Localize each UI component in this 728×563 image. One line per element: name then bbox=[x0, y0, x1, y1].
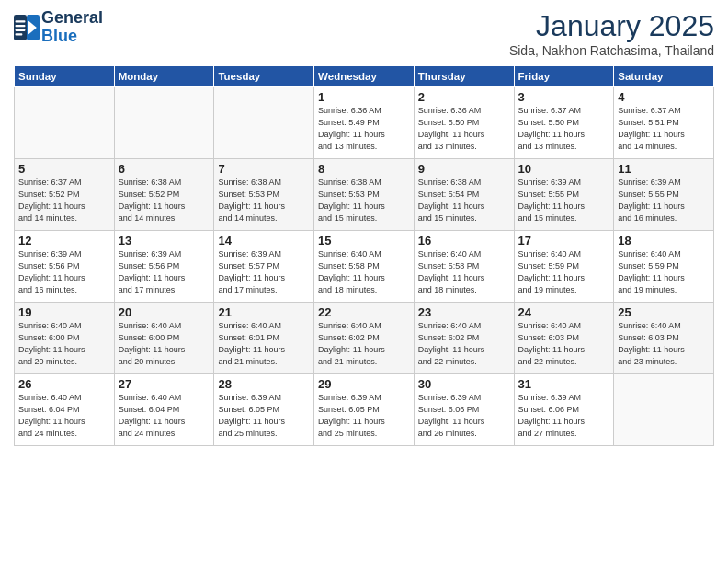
svg-rect-6 bbox=[16, 33, 23, 35]
svg-rect-5 bbox=[16, 29, 26, 30]
day-number: 5 bbox=[18, 162, 110, 176]
day-number: 17 bbox=[518, 234, 610, 247]
day-header-tuesday: Tuesday bbox=[214, 66, 314, 87]
day-number: 14 bbox=[218, 234, 310, 247]
day-info: Sunrise: 6:36 AM Sunset: 5:49 PM Dayligh… bbox=[318, 105, 410, 153]
calendar-cell: 27Sunrise: 6:40 AM Sunset: 6:04 PM Dayli… bbox=[114, 374, 214, 446]
calendar-week-3: 12Sunrise: 6:39 AM Sunset: 5:56 PM Dayli… bbox=[15, 231, 714, 303]
calendar-cell: 1Sunrise: 6:36 AM Sunset: 5:49 PM Daylig… bbox=[314, 87, 415, 159]
logo-line2: Blue bbox=[41, 28, 103, 46]
day-info: Sunrise: 6:39 AM Sunset: 6:05 PM Dayligh… bbox=[318, 392, 410, 440]
calendar-cell bbox=[15, 87, 115, 159]
day-header-friday: Friday bbox=[514, 66, 614, 87]
day-number: 30 bbox=[418, 377, 510, 391]
calendar-cell: 7Sunrise: 6:38 AM Sunset: 5:53 PM Daylig… bbox=[214, 159, 314, 231]
svg-rect-0 bbox=[14, 15, 27, 40]
day-number: 16 bbox=[418, 234, 510, 247]
calendar-cell: 24Sunrise: 6:40 AM Sunset: 6:03 PM Dayli… bbox=[514, 303, 614, 374]
calendar-week-4: 19Sunrise: 6:40 AM Sunset: 6:00 PM Dayli… bbox=[15, 303, 714, 374]
day-info: Sunrise: 6:39 AM Sunset: 5:57 PM Dayligh… bbox=[218, 248, 310, 296]
calendar-cell: 12Sunrise: 6:39 AM Sunset: 5:56 PM Dayli… bbox=[15, 231, 115, 303]
day-number: 9 bbox=[418, 162, 510, 176]
calendar-cell: 25Sunrise: 6:40 AM Sunset: 6:03 PM Dayli… bbox=[614, 303, 714, 374]
page-header: General Blue January 2025 Sida, Nakhon R… bbox=[14, 9, 714, 58]
day-info: Sunrise: 6:40 AM Sunset: 6:03 PM Dayligh… bbox=[618, 320, 710, 368]
day-number: 12 bbox=[18, 234, 110, 247]
day-info: Sunrise: 6:37 AM Sunset: 5:51 PM Dayligh… bbox=[618, 105, 710, 153]
day-number: 4 bbox=[618, 90, 710, 104]
days-header-row: SundayMondayTuesdayWednesdayThursdayFrid… bbox=[15, 66, 714, 87]
calendar-table: SundayMondayTuesdayWednesdayThursdayFrid… bbox=[14, 65, 714, 446]
day-number: 22 bbox=[318, 305, 410, 319]
day-info: Sunrise: 6:40 AM Sunset: 6:03 PM Dayligh… bbox=[518, 320, 610, 368]
day-number: 15 bbox=[318, 234, 410, 247]
day-number: 13 bbox=[119, 234, 210, 247]
calendar-cell: 18Sunrise: 6:40 AM Sunset: 5:59 PM Dayli… bbox=[614, 231, 714, 303]
day-info: Sunrise: 6:37 AM Sunset: 5:50 PM Dayligh… bbox=[518, 105, 610, 153]
calendar-cell: 6Sunrise: 6:38 AM Sunset: 5:52 PM Daylig… bbox=[114, 159, 214, 231]
logo-text: General Blue bbox=[41, 9, 103, 46]
calendar-cell: 8Sunrise: 6:38 AM Sunset: 5:53 PM Daylig… bbox=[314, 159, 415, 231]
day-info: Sunrise: 6:40 AM Sunset: 6:01 PM Dayligh… bbox=[218, 320, 310, 368]
day-number: 28 bbox=[218, 377, 310, 391]
day-info: Sunrise: 6:40 AM Sunset: 5:58 PM Dayligh… bbox=[418, 248, 510, 296]
logo-icon bbox=[14, 15, 40, 40]
calendar-cell: 13Sunrise: 6:39 AM Sunset: 5:56 PM Dayli… bbox=[114, 231, 214, 303]
calendar-cell bbox=[614, 374, 714, 446]
calendar-cell: 3Sunrise: 6:37 AM Sunset: 5:50 PM Daylig… bbox=[514, 87, 614, 159]
day-info: Sunrise: 6:40 AM Sunset: 6:02 PM Dayligh… bbox=[418, 320, 510, 368]
svg-rect-3 bbox=[16, 20, 26, 22]
day-number: 19 bbox=[18, 305, 110, 319]
day-info: Sunrise: 6:40 AM Sunset: 6:04 PM Dayligh… bbox=[18, 392, 110, 440]
calendar-cell: 9Sunrise: 6:38 AM Sunset: 5:54 PM Daylig… bbox=[414, 159, 514, 231]
day-number: 2 bbox=[418, 90, 510, 104]
svg-rect-4 bbox=[16, 25, 26, 27]
day-info: Sunrise: 6:37 AM Sunset: 5:52 PM Dayligh… bbox=[18, 177, 110, 224]
calendar-cell: 30Sunrise: 6:39 AM Sunset: 6:06 PM Dayli… bbox=[414, 374, 514, 446]
day-info: Sunrise: 6:40 AM Sunset: 5:59 PM Dayligh… bbox=[618, 248, 710, 296]
day-info: Sunrise: 6:38 AM Sunset: 5:53 PM Dayligh… bbox=[218, 177, 310, 224]
calendar-cell: 29Sunrise: 6:39 AM Sunset: 6:05 PM Dayli… bbox=[314, 374, 415, 446]
calendar-cell bbox=[214, 87, 314, 159]
day-info: Sunrise: 6:38 AM Sunset: 5:54 PM Dayligh… bbox=[418, 177, 510, 224]
calendar-cell: 11Sunrise: 6:39 AM Sunset: 5:55 PM Dayli… bbox=[614, 159, 714, 231]
day-info: Sunrise: 6:39 AM Sunset: 5:56 PM Dayligh… bbox=[18, 248, 110, 296]
month-title: January 2025 bbox=[509, 9, 714, 43]
day-number: 29 bbox=[318, 377, 410, 391]
day-info: Sunrise: 6:38 AM Sunset: 5:53 PM Dayligh… bbox=[318, 177, 410, 224]
day-number: 27 bbox=[119, 377, 210, 391]
page-container: General Blue January 2025 Sida, Nakhon R… bbox=[0, 0, 728, 454]
day-number: 26 bbox=[18, 377, 110, 391]
calendar-cell: 16Sunrise: 6:40 AM Sunset: 5:58 PM Dayli… bbox=[414, 231, 514, 303]
day-info: Sunrise: 6:39 AM Sunset: 6:06 PM Dayligh… bbox=[518, 392, 610, 440]
day-number: 31 bbox=[518, 377, 610, 391]
day-info: Sunrise: 6:40 AM Sunset: 5:58 PM Dayligh… bbox=[318, 248, 410, 296]
calendar-cell: 28Sunrise: 6:39 AM Sunset: 6:05 PM Dayli… bbox=[214, 374, 314, 446]
calendar-cell: 4Sunrise: 6:37 AM Sunset: 5:51 PM Daylig… bbox=[614, 87, 714, 159]
day-header-wednesday: Wednesday bbox=[314, 66, 415, 87]
calendar-cell: 17Sunrise: 6:40 AM Sunset: 5:59 PM Dayli… bbox=[514, 231, 614, 303]
day-info: Sunrise: 6:39 AM Sunset: 6:05 PM Dayligh… bbox=[218, 392, 310, 440]
day-number: 8 bbox=[318, 162, 410, 176]
logo: General Blue bbox=[14, 9, 103, 46]
calendar-cell: 21Sunrise: 6:40 AM Sunset: 6:01 PM Dayli… bbox=[214, 303, 314, 374]
day-header-sunday: Sunday bbox=[15, 66, 115, 87]
calendar-cell: 15Sunrise: 6:40 AM Sunset: 5:58 PM Dayli… bbox=[314, 231, 415, 303]
day-number: 7 bbox=[218, 162, 310, 176]
title-block: January 2025 Sida, Nakhon Ratchasima, Th… bbox=[509, 9, 714, 58]
day-info: Sunrise: 6:40 AM Sunset: 6:02 PM Dayligh… bbox=[318, 320, 410, 368]
day-number: 6 bbox=[119, 162, 210, 176]
calendar-cell: 22Sunrise: 6:40 AM Sunset: 6:02 PM Dayli… bbox=[314, 303, 415, 374]
calendar-cell: 10Sunrise: 6:39 AM Sunset: 5:55 PM Dayli… bbox=[514, 159, 614, 231]
calendar-cell: 19Sunrise: 6:40 AM Sunset: 6:00 PM Dayli… bbox=[15, 303, 115, 374]
calendar-cell bbox=[114, 87, 214, 159]
day-number: 18 bbox=[618, 234, 710, 247]
day-info: Sunrise: 6:39 AM Sunset: 5:55 PM Dayligh… bbox=[518, 177, 610, 224]
calendar-week-5: 26Sunrise: 6:40 AM Sunset: 6:04 PM Dayli… bbox=[15, 374, 714, 446]
location-subtitle: Sida, Nakhon Ratchasima, Thailand bbox=[509, 43, 714, 58]
day-header-thursday: Thursday bbox=[414, 66, 514, 87]
day-info: Sunrise: 6:40 AM Sunset: 5:59 PM Dayligh… bbox=[518, 248, 610, 296]
calendar-cell: 20Sunrise: 6:40 AM Sunset: 6:00 PM Dayli… bbox=[114, 303, 214, 374]
day-info: Sunrise: 6:40 AM Sunset: 6:00 PM Dayligh… bbox=[119, 320, 210, 368]
day-number: 24 bbox=[518, 305, 610, 319]
